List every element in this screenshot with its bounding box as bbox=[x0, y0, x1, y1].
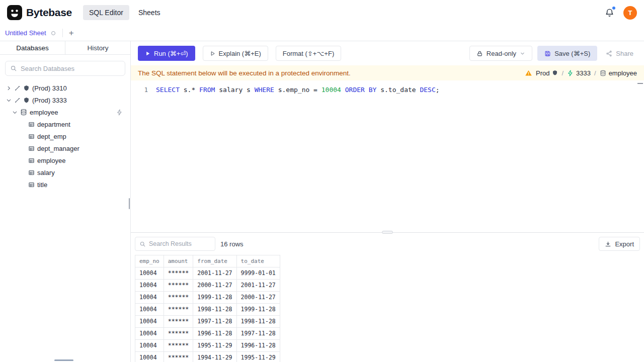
notifications-button[interactable] bbox=[605, 8, 614, 18]
sheet-tab-untitled[interactable]: Untitled Sheet bbox=[1, 25, 61, 41]
table-cell: 1995-11-29 bbox=[193, 340, 236, 352]
table-cell: 10004 bbox=[135, 340, 164, 352]
sidebar-resize-handle[interactable] bbox=[129, 198, 130, 209]
app-logo: Bytebase bbox=[7, 5, 72, 20]
sql-token: ; bbox=[436, 86, 440, 94]
tree-item-employee[interactable]: employee bbox=[0, 106, 130, 118]
sql-editor[interactable]: 1 SELECT s.* FROM salary s WHERE s.emp_n… bbox=[131, 80, 644, 232]
tree-item-title[interactable]: title bbox=[0, 178, 130, 191]
sidebar-hscrollbar-thumb[interactable] bbox=[54, 359, 73, 361]
connection-icon bbox=[14, 97, 21, 104]
editor-toolbar: Run (⌘+⏎) Explain (⌘+E) Format (⇧+⌥+F) R… bbox=[131, 41, 644, 65]
run-button-label: Run (⌘+⏎) bbox=[154, 50, 188, 57]
save-icon bbox=[544, 50, 551, 57]
table-row: 10004******1997-11-281998-11-28 bbox=[135, 316, 280, 328]
user-avatar[interactable]: T bbox=[623, 6, 637, 20]
export-button[interactable]: Export bbox=[599, 237, 640, 251]
tree-item-salary[interactable]: salary bbox=[0, 166, 130, 178]
results-panel: 16 rows Export emp_noamountfrom_dateto_d… bbox=[131, 232, 644, 362]
play-icon bbox=[145, 51, 150, 56]
schema-diagram-icon[interactable] bbox=[116, 109, 123, 116]
sql-token bbox=[365, 86, 369, 94]
results-body: 10004******2001-11-279999-01-0110004****… bbox=[135, 267, 280, 362]
caret-down-icon[interactable] bbox=[12, 110, 18, 115]
tree-item-label: (Prod) 3333 bbox=[32, 97, 67, 104]
results-table: emp_noamountfrom_dateto_date 10004******… bbox=[135, 255, 280, 362]
table-icon bbox=[28, 121, 35, 128]
table-cell: 10004 bbox=[135, 280, 164, 292]
table-cell: 10004 bbox=[135, 292, 164, 304]
environment-badge: Prod bbox=[536, 69, 558, 77]
line-number: 1 bbox=[131, 86, 148, 94]
play-outline-icon bbox=[210, 51, 215, 56]
table-cell: 1998-11-28 bbox=[193, 304, 236, 316]
nav-item-sql-editor[interactable]: SQL Editor bbox=[83, 5, 129, 20]
connection-icon bbox=[14, 85, 21, 92]
tree-item-prod-3310[interactable]: (Prod) 3310 bbox=[0, 82, 130, 94]
tab-databases[interactable]: Databases bbox=[0, 41, 65, 54]
sql-token: DESC bbox=[420, 86, 435, 94]
protected-env-banner: The SQL statement below will be executed… bbox=[131, 65, 644, 80]
sql-token: ORDER bbox=[345, 86, 365, 94]
content-row: Databases History (Prod) 3310(Prod) 3333… bbox=[0, 41, 644, 362]
database-icon bbox=[600, 70, 606, 76]
download-icon bbox=[605, 241, 611, 247]
warning-triangle-icon bbox=[525, 69, 532, 77]
table-cell: 1994-11-29 bbox=[193, 352, 236, 362]
context-separator: / bbox=[594, 69, 596, 77]
tree-item-label: dept_emp bbox=[37, 133, 66, 140]
tree-item-prod-3333[interactable]: (Prod) 3333 bbox=[0, 94, 130, 106]
table-row: 10004******2001-11-279999-01-01 bbox=[135, 267, 280, 280]
tree-item-dept-manager[interactable]: dept_manager bbox=[0, 142, 130, 154]
table-cell: ****** bbox=[164, 352, 193, 362]
table-row: 10004******1998-11-281999-11-28 bbox=[135, 304, 280, 316]
tree-item-employee[interactable]: employee bbox=[0, 154, 130, 166]
chevron-down-icon bbox=[520, 51, 525, 56]
tab-history[interactable]: History bbox=[65, 41, 130, 54]
sql-token: FROM bbox=[199, 86, 215, 94]
panel-resize-handle[interactable] bbox=[382, 231, 393, 234]
sql-token: WHERE bbox=[255, 86, 274, 94]
sql-token: 10004 bbox=[321, 86, 341, 94]
share-button[interactable]: Share bbox=[602, 46, 637, 61]
table-icon bbox=[28, 157, 35, 164]
caret-right-icon[interactable] bbox=[6, 85, 12, 91]
table-cell: 1999-11-28 bbox=[236, 304, 280, 316]
tree-item-dept-emp[interactable]: dept_emp bbox=[0, 130, 130, 142]
caret-down-icon[interactable] bbox=[6, 98, 12, 103]
results-table-wrap: emp_noamountfrom_dateto_date 10004******… bbox=[131, 255, 644, 362]
explain-button[interactable]: Explain (⌘+E) bbox=[203, 46, 268, 61]
format-button[interactable]: Format (⇧+⌥+F) bbox=[276, 46, 341, 61]
database-selector[interactable]: employee bbox=[600, 69, 637, 77]
instance-selector[interactable]: 3333 bbox=[567, 69, 591, 77]
save-button[interactable]: Save (⌘+S) bbox=[537, 46, 597, 61]
brand-name: Bytebase bbox=[26, 7, 72, 19]
database-search-box[interactable] bbox=[5, 61, 125, 76]
tree-item-label: department bbox=[37, 121, 70, 128]
toolbar-right: Read-only Save (⌘+S) Share bbox=[469, 46, 637, 61]
instance-label: 3333 bbox=[576, 69, 591, 77]
table-row: 10004******1999-11-282000-11-27 bbox=[135, 292, 280, 304]
sheet-tab-strip: Untitled Sheet + bbox=[0, 25, 644, 41]
database-icon bbox=[20, 109, 27, 116]
new-sheet-button[interactable]: + bbox=[64, 25, 79, 41]
table-cell: 9999-01-01 bbox=[236, 267, 280, 280]
table-icon bbox=[28, 182, 35, 188]
tree-item-department[interactable]: department bbox=[0, 118, 130, 130]
protected-shield-icon bbox=[552, 70, 558, 76]
share-button-label: Share bbox=[616, 50, 633, 57]
tree-item-label: employee bbox=[30, 109, 58, 116]
results-search-input[interactable] bbox=[149, 240, 211, 247]
database-search-input[interactable] bbox=[21, 65, 120, 72]
table-cell: 10004 bbox=[135, 267, 164, 280]
sql-token: s.emp_no = bbox=[274, 86, 321, 94]
readonly-mode-dropdown[interactable]: Read-only bbox=[469, 46, 532, 61]
run-button[interactable]: Run (⌘+⏎) bbox=[138, 46, 195, 61]
nav-item-sheets[interactable]: Sheets bbox=[132, 5, 167, 20]
table-cell: 2000-11-27 bbox=[236, 292, 280, 304]
code-line: 1 SELECT s.* FROM salary s WHERE s.emp_n… bbox=[131, 85, 644, 95]
table-cell: 1999-11-28 bbox=[193, 292, 236, 304]
results-search-box[interactable] bbox=[135, 237, 215, 251]
table-row: 10004******1994-11-291995-11-29 bbox=[135, 352, 280, 362]
table-cell: 1996-11-28 bbox=[236, 340, 280, 352]
